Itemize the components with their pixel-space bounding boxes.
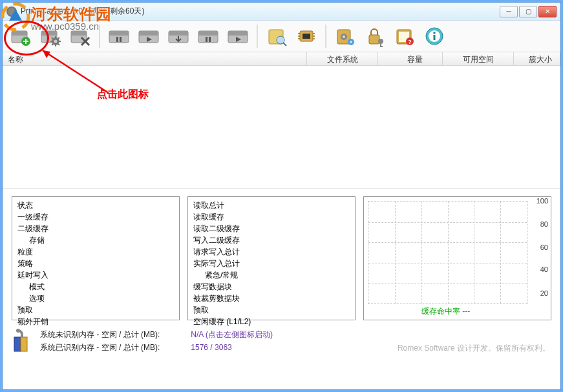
- stats-row-item: 被裁剪数据块: [193, 293, 350, 304]
- flush-button[interactable]: [165, 23, 191, 49]
- svg-rect-8: [71, 31, 87, 36]
- svg-text:?: ?: [408, 39, 412, 45]
- resume-button[interactable]: [136, 23, 162, 49]
- annotation-label: 点击此图标: [97, 88, 149, 101]
- delete-cache-button[interactable]: [67, 23, 93, 49]
- unmanaged-mem-value: N/A (点击左侧图标启动): [191, 330, 273, 339]
- svg-rect-32: [369, 35, 379, 44]
- drive-play2-icon: [226, 25, 250, 48]
- pause-button[interactable]: [106, 23, 132, 49]
- volume-list-body[interactable]: [3, 66, 560, 189]
- config-row: 一级缓存: [17, 211, 174, 223]
- stats-row-item: 读取缓存: [193, 211, 350, 223]
- stats-row-item: 读取二级缓存: [193, 223, 350, 234]
- stats-row-item: 读取总计: [193, 200, 350, 211]
- config-row: 模式: [17, 281, 174, 293]
- svg-rect-11: [116, 37, 118, 42]
- view-log-button[interactable]: [264, 23, 290, 49]
- svg-point-44: [16, 329, 20, 333]
- license-button[interactable]: [362, 23, 388, 49]
- svg-rect-4: [41, 31, 57, 36]
- drive-pause2-icon: [197, 25, 220, 48]
- pause-all-button[interactable]: [195, 23, 221, 49]
- window-controls: ─ ▢ ✕: [500, 6, 557, 17]
- svg-rect-22: [228, 31, 248, 36]
- svg-point-40: [433, 32, 436, 34]
- stats-row-item: 实际写入总计: [193, 258, 350, 269]
- config-row: 存储: [17, 234, 174, 246]
- svg-point-6: [54, 40, 58, 43]
- about-button[interactable]: [421, 23, 447, 49]
- managed-mem-label: 系统已识别内存 - 空闲 / 总计 (MB):: [40, 341, 189, 354]
- box-gear-icon: [39, 25, 62, 48]
- memory-info-button[interactable]: [293, 23, 319, 49]
- ytick-80: 80: [540, 220, 548, 228]
- drive-pause-icon: [107, 25, 131, 48]
- col-name[interactable]: 名称: [3, 52, 307, 65]
- ytick-100: 100: [536, 197, 548, 205]
- minimize-button[interactable]: ─: [500, 6, 518, 17]
- memory-tool-icon[interactable]: [12, 328, 34, 354]
- svg-point-33: [378, 39, 383, 44]
- lock-key-icon: [363, 25, 387, 48]
- ytick-60: 60: [540, 243, 548, 251]
- safe-gear-icon: [334, 25, 357, 48]
- stats-row-item: 写入二级缓存: [193, 234, 350, 246]
- resume-all-button[interactable]: [225, 23, 251, 49]
- config-row: 状态: [17, 200, 174, 211]
- new-cache-task-button[interactable]: [8, 23, 34, 49]
- window-title: PrimoCache 2.2.0 - 试用 (剩余60天): [21, 6, 500, 17]
- app-icon: [6, 6, 17, 17]
- footer: 系统未识别内存 - 空闲 / 总计 (MB): N/A (点击左侧图标启动) 系…: [3, 324, 560, 360]
- col-free[interactable]: 可用空间: [443, 52, 514, 65]
- svg-rect-1: [12, 31, 27, 36]
- stats-row-item: 预取: [193, 304, 350, 316]
- copyright: Romex Software 设计开发。保留所有权利。: [398, 343, 550, 354]
- maximize-button[interactable]: ▢: [519, 6, 537, 17]
- svg-rect-19: [206, 37, 207, 42]
- info-icon: [423, 25, 446, 48]
- drive-play-icon: [137, 25, 160, 48]
- cache-stats-panel: 读取总计读取缓存读取二级缓存写入二级缓存请求写入总计实际写入总计紧急/常规缓写数…: [187, 196, 356, 320]
- svg-rect-43: [21, 337, 27, 351]
- chip-icon: [295, 25, 318, 48]
- configure-cache-button[interactable]: [37, 23, 63, 49]
- col-capacity[interactable]: 容量: [378, 52, 443, 65]
- toolbar-separator: [257, 25, 258, 48]
- svg-rect-16: [169, 31, 188, 36]
- toolbar-separator: [325, 25, 326, 48]
- svg-rect-12: [120, 37, 122, 42]
- box-remove-icon: [69, 25, 92, 48]
- config-row: 粒度: [17, 246, 174, 258]
- app-window: PrimoCache 2.2.0 - 试用 (剩余60天) ─ ▢ ✕: [2, 2, 561, 390]
- svg-rect-14: [139, 31, 158, 36]
- config-row: 二级缓存: [17, 223, 174, 234]
- main-toolbar: ?: [3, 21, 560, 52]
- svg-point-29: [343, 36, 345, 38]
- stats-row-item: 缓写数据块: [193, 281, 350, 293]
- close-button[interactable]: ✕: [538, 6, 557, 17]
- toolbar-separator: [99, 25, 100, 48]
- config-row: 延时写入: [17, 269, 174, 281]
- book-magnify-icon: [265, 25, 288, 48]
- drive-down-icon: [167, 25, 190, 48]
- help-button[interactable]: ?: [392, 23, 418, 49]
- options-button[interactable]: [332, 23, 358, 49]
- svg-rect-10: [109, 31, 129, 36]
- col-cluster[interactable]: 簇大小: [514, 52, 560, 65]
- col-filesystem[interactable]: 文件系统: [307, 52, 378, 65]
- stats-row-item: 紧急/常规: [193, 269, 350, 281]
- volume-list-header: 名称 文件系统 容量 可用空间 簇大小: [3, 52, 560, 66]
- hit-rate-chart: 100 80 60 40 20 缓存命中率 ---: [363, 196, 551, 320]
- config-row: 选项: [17, 293, 174, 304]
- memory-status: 系统未识别内存 - 空闲 / 总计 (MB): N/A (点击左侧图标启动) 系…: [40, 328, 273, 354]
- box-add-icon: [9, 25, 32, 48]
- svg-point-31: [350, 41, 352, 43]
- config-row: 预取: [17, 304, 174, 316]
- stats-row-item: 请求写入总计: [193, 246, 350, 258]
- svg-rect-41: [434, 35, 436, 40]
- stats-row: 状态一级缓存二级缓存存储粒度策略延时写入模式选项预取额外开销 读取总计读取缓存读…: [3, 189, 560, 324]
- ytick-40: 40: [540, 265, 548, 273]
- book-help-icon: ?: [393, 25, 416, 48]
- cache-config-panel: 状态一级缓存二级缓存存储粒度策略延时写入模式选项预取额外开销: [12, 196, 180, 320]
